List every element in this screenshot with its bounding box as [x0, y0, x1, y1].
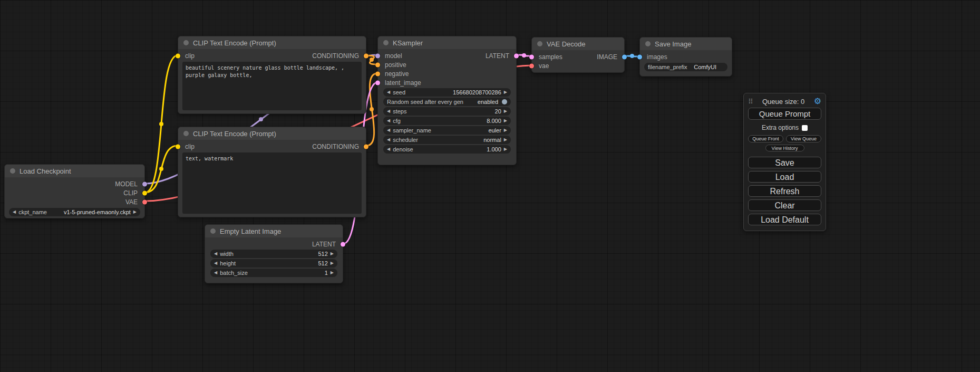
- denoise-widget[interactable]: denoise 1.000: [383, 145, 511, 154]
- collapse-dot-icon[interactable]: [383, 40, 389, 45]
- node-title-bar[interactable]: CLIP Text Encode (Prompt): [178, 127, 366, 140]
- collapse-dot-icon[interactable]: [210, 228, 216, 234]
- increment-arrow-icon[interactable]: [331, 259, 334, 268]
- node-load-checkpoint[interactable]: Load Checkpoint MODEL CLIP VAE ckpt_name…: [4, 164, 145, 218]
- input-slot-negative[interactable]: [375, 71, 380, 76]
- node-empty-latent-image[interactable]: Empty Latent Image LATENT width 512 heig…: [205, 224, 343, 283]
- node-canvas[interactable]: Load Checkpoint MODEL CLIP VAE ckpt_name…: [0, 0, 980, 372]
- node-title-bar[interactable]: Empty Latent Image: [205, 225, 343, 237]
- widget-label: sampler_name: [393, 127, 431, 133]
- width-widget[interactable]: width 512: [210, 250, 337, 258]
- decrement-arrow-icon[interactable]: [13, 208, 16, 216]
- extra-options-checkbox[interactable]: [802, 125, 808, 131]
- node-title-bar[interactable]: CLIP Text Encode (Prompt): [178, 36, 366, 49]
- increment-arrow-icon[interactable]: [504, 107, 507, 116]
- collapse-dot-icon[interactable]: [537, 41, 542, 46]
- increment-arrow-icon[interactable]: [504, 126, 507, 135]
- clear-button[interactable]: Clear: [748, 199, 821, 211]
- prompt-textarea[interactable]: text, watermark: [182, 152, 362, 214]
- input-slot-positive[interactable]: [375, 62, 380, 67]
- gear-icon[interactable]: [814, 97, 821, 106]
- decrement-arrow-icon[interactable]: [387, 145, 390, 154]
- filename-prefix-widget[interactable]: filename_prefix ComfyUI: [644, 63, 727, 71]
- output-slot-conditioning[interactable]: [364, 144, 368, 149]
- queue-front-button[interactable]: Queue Front: [748, 135, 783, 142]
- node-ksampler[interactable]: KSampler model LATENT positive negative …: [377, 36, 517, 165]
- node-title-bar[interactable]: Save Image: [640, 37, 732, 50]
- decrement-arrow-icon[interactable]: [387, 126, 390, 135]
- decrement-arrow-icon[interactable]: [387, 117, 390, 125]
- increment-arrow-icon[interactable]: [331, 269, 334, 277]
- save-button[interactable]: Save: [748, 157, 821, 168]
- decrement-arrow-icon[interactable]: [214, 250, 217, 258]
- widget-value: 1.000: [487, 146, 501, 152]
- drag-handle-icon[interactable]: [748, 98, 753, 105]
- node-title: Load Checkpoint: [20, 167, 71, 175]
- seed-toggle-icon[interactable]: [502, 99, 507, 104]
- node-title-bar[interactable]: KSampler: [378, 36, 516, 49]
- node-save-image[interactable]: Save Image images filename_prefix ComfyU…: [639, 37, 732, 77]
- output-label-clip: CLIP: [123, 189, 138, 197]
- increment-arrow-icon[interactable]: [504, 145, 507, 154]
- increment-arrow-icon[interactable]: [504, 117, 507, 125]
- increment-arrow-icon[interactable]: [504, 88, 507, 97]
- output-slot-latent[interactable]: [341, 242, 345, 246]
- decrement-arrow-icon[interactable]: [214, 269, 217, 277]
- view-queue-button[interactable]: View Queue: [786, 135, 821, 142]
- prompt-textarea[interactable]: beautiful scenery nature glass bottle la…: [182, 62, 362, 110]
- sampler-name-widget[interactable]: sampler_name euler: [383, 126, 511, 135]
- scheduler-widget[interactable]: scheduler normal: [383, 136, 511, 144]
- collapse-dot-icon[interactable]: [183, 40, 189, 45]
- decrement-arrow-icon[interactable]: [214, 259, 217, 268]
- increment-arrow-icon[interactable]: [504, 136, 507, 144]
- input-label-samples: samples: [539, 53, 562, 61]
- decrement-arrow-icon[interactable]: [387, 88, 390, 97]
- view-history-button[interactable]: View History: [765, 145, 804, 151]
- collapse-dot-icon[interactable]: [183, 131, 189, 136]
- output-slot-vae[interactable]: [142, 199, 147, 204]
- decrement-arrow-icon[interactable]: [387, 136, 390, 144]
- input-slot-clip[interactable]: [176, 53, 180, 58]
- output-slot-clip[interactable]: [142, 190, 147, 195]
- queue-prompt-button[interactable]: Queue Prompt: [748, 108, 821, 120]
- collapse-dot-icon[interactable]: [645, 41, 651, 46]
- node-title-bar[interactable]: VAE Decode: [532, 37, 624, 50]
- node-title: Save Image: [655, 40, 691, 48]
- load-default-button[interactable]: Load Default: [748, 214, 821, 225]
- input-slot-vae[interactable]: [529, 63, 534, 68]
- increment-arrow-icon[interactable]: [133, 208, 137, 216]
- load-button[interactable]: Load: [748, 171, 821, 183]
- input-slot-latent-image[interactable]: [375, 80, 380, 85]
- widget-value: euler: [488, 127, 501, 133]
- link-midpoint-dot: [159, 122, 163, 126]
- widget-value: ComfyUI: [694, 64, 716, 70]
- seed-widget[interactable]: seed 156680208700286: [383, 88, 511, 97]
- collapse-dot-icon[interactable]: [10, 168, 15, 174]
- input-slot-samples[interactable]: [529, 54, 534, 59]
- steps-widget[interactable]: steps 20: [383, 107, 511, 116]
- refresh-button[interactable]: Refresh: [748, 185, 821, 197]
- node-clip-text-encode-positive[interactable]: CLIP Text Encode (Prompt) clip CONDITION…: [178, 36, 366, 114]
- node-clip-text-encode-negative[interactable]: CLIP Text Encode (Prompt) clip CONDITION…: [178, 127, 366, 217]
- cfg-widget[interactable]: cfg 8.000: [383, 117, 511, 125]
- widget-label: seed: [393, 89, 405, 96]
- ckpt-name-widget[interactable]: ckpt_name v1-5-pruned-emaonly.ckpt: [9, 208, 140, 216]
- slot-row: negative: [378, 69, 516, 78]
- node-title-bar[interactable]: Load Checkpoint: [5, 165, 144, 177]
- batch-size-widget[interactable]: batch_size 1: [210, 269, 337, 277]
- output-slot-image[interactable]: [622, 54, 627, 59]
- node-title: Empty Latent Image: [220, 227, 281, 235]
- random-seed-widget[interactable]: Random seed after every gen enabled: [383, 98, 511, 106]
- extra-options-label: Extra options: [762, 124, 799, 131]
- input-slot-model[interactable]: [375, 53, 380, 58]
- decrement-arrow-icon[interactable]: [387, 107, 390, 116]
- output-slot-conditioning[interactable]: [364, 53, 368, 58]
- height-widget[interactable]: height 512: [210, 259, 337, 268]
- output-slot-latent[interactable]: [514, 53, 519, 58]
- input-slot-images[interactable]: [637, 54, 642, 59]
- node-vae-decode[interactable]: VAE Decode samples IMAGE vae: [531, 37, 625, 73]
- input-slot-clip[interactable]: [176, 144, 180, 149]
- widget-value: 512: [318, 260, 327, 266]
- output-slot-model[interactable]: [142, 182, 147, 186]
- increment-arrow-icon[interactable]: [331, 250, 334, 258]
